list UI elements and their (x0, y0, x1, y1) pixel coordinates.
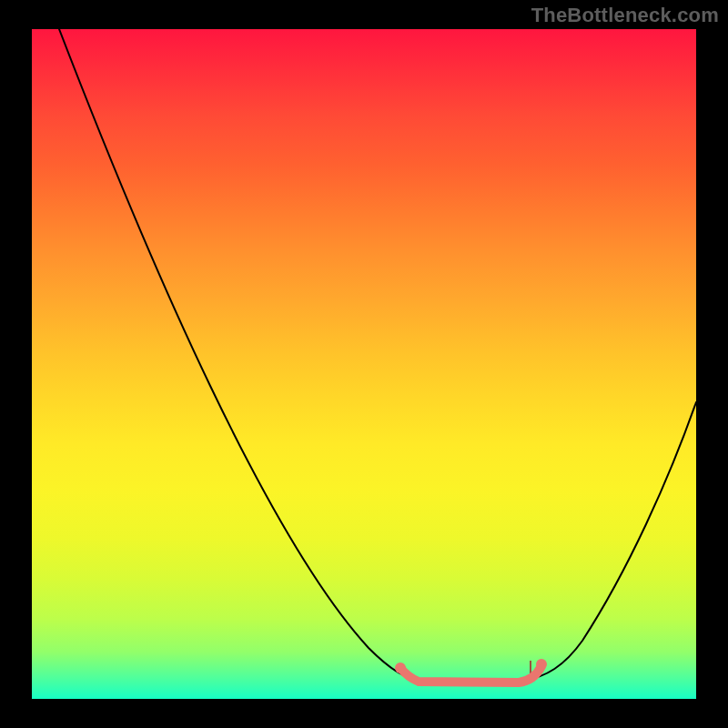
curve-right-branch (523, 402, 696, 681)
curve-left-branch (59, 29, 419, 680)
plot-area (32, 29, 696, 699)
curve-layer (32, 29, 696, 699)
chart-frame: TheBottleneck.com (0, 0, 728, 728)
valley-marker-right (536, 659, 547, 670)
valley-emphasis (400, 666, 541, 682)
watermark-text: TheBottleneck.com (531, 4, 719, 27)
